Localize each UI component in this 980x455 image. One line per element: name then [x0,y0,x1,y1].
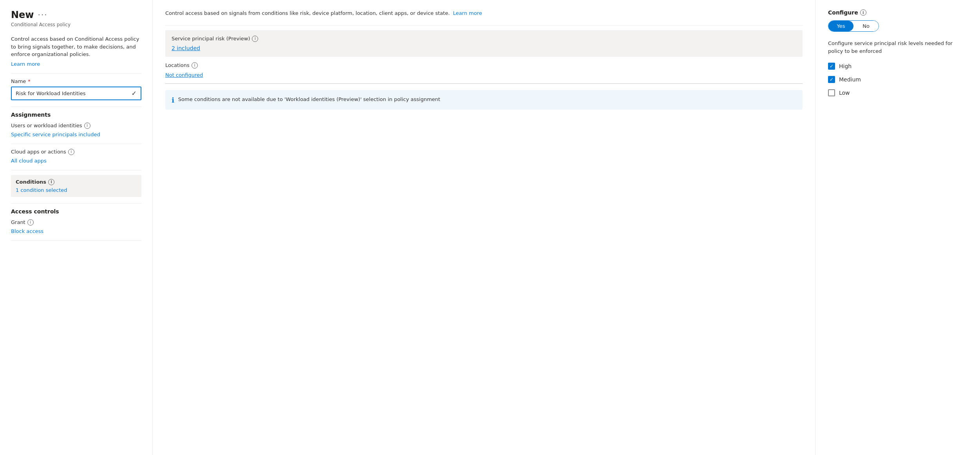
grant-label: Grant i [11,219,141,226]
info-box: ℹ Some conditions are not available due … [165,90,803,110]
divider-conditions [11,170,141,170]
medium-checkbox[interactable]: ✓ [828,76,835,83]
toggle-no[interactable]: No [853,21,879,31]
locations-header: Locations i [165,62,803,69]
divider-cloud [11,144,141,144]
left-panel: New ··· Conditional Access policy Contro… [0,0,153,455]
toggle-yes[interactable]: Yes [828,21,853,31]
configure-description: Configure service principal risk levels … [828,40,967,55]
right-panel: Configure i Yes No Configure service pri… [815,0,980,455]
page-subtitle: Conditional Access policy [11,22,141,27]
medium-checkbox-row: ✓ Medium [828,76,967,83]
name-input[interactable]: Risk for Workload Identities ✓ [11,87,141,100]
locations-value-link[interactable]: Not configured [165,72,203,78]
middle-description: Control access based on signals from con… [165,9,803,17]
assignments-label: Assignments [11,112,141,118]
middle-learn-more-link[interactable]: Learn more [453,10,482,16]
info-box-text: Some conditions are not available due to… [178,96,440,104]
grant-value-link[interactable]: Block access [11,228,43,234]
cloud-apps-value-link[interactable]: All cloud apps [11,158,47,164]
configure-label: Configure i [828,9,967,16]
sp-info-icon[interactable]: i [252,36,258,42]
configure-info-icon[interactable]: i [860,9,866,16]
divider-bottom [11,240,141,241]
service-principal-section: Service principal risk (Preview) i 2 inc… [165,30,803,57]
low-label: Low [839,90,850,96]
locations-info-icon[interactable]: i [192,62,198,69]
conditions-info-icon[interactable]: i [48,179,54,185]
conditions-value-link[interactable]: 1 condition selected [16,187,67,193]
checkmark-icon: ✓ [132,90,137,97]
high-checkbox-check: ✓ [830,63,834,69]
users-info-icon[interactable]: i [84,123,90,129]
configure-toggle[interactable]: Yes No [828,20,879,32]
info-box-icon: ℹ [172,96,174,104]
divider-access [11,203,141,204]
name-input-value: Risk for Workload Identities [16,90,132,96]
conditions-header: Conditions i [16,179,137,185]
users-label: Users or workload identities i [11,123,141,129]
divider-name [11,73,141,74]
sp-included-link[interactable]: 2 included [172,45,200,51]
low-checkbox-row: Low [828,89,967,96]
required-star: * [28,78,31,84]
left-description: Control access based on Conditional Acce… [11,35,141,58]
more-menu-icon[interactable]: ··· [38,10,48,20]
high-checkbox[interactable]: ✓ [828,63,835,70]
access-controls-label: Access controls [11,208,141,215]
users-value-link[interactable]: Specific service principals included [11,132,100,137]
locations-section: Locations i Not configured [165,57,803,84]
middle-panel: Control access based on signals from con… [153,0,815,455]
high-checkbox-row: ✓ High [828,63,967,70]
cloud-apps-info-icon[interactable]: i [68,149,74,155]
middle-divider-top [165,25,803,25]
name-field-label: Name * [11,78,141,84]
sp-header: Service principal risk (Preview) i [172,36,796,42]
left-learn-more-link[interactable]: Learn more [11,61,40,67]
cloud-apps-label: Cloud apps or actions i [11,149,141,155]
medium-checkbox-check: ✓ [830,77,834,82]
low-checkbox[interactable] [828,89,835,96]
medium-label: Medium [839,76,861,83]
conditions-row[interactable]: Conditions i 1 condition selected [11,175,141,197]
grant-info-icon[interactable]: i [27,219,34,226]
divider-assignments [11,107,141,107]
high-label: High [839,63,852,69]
page-title: New [11,9,34,20]
